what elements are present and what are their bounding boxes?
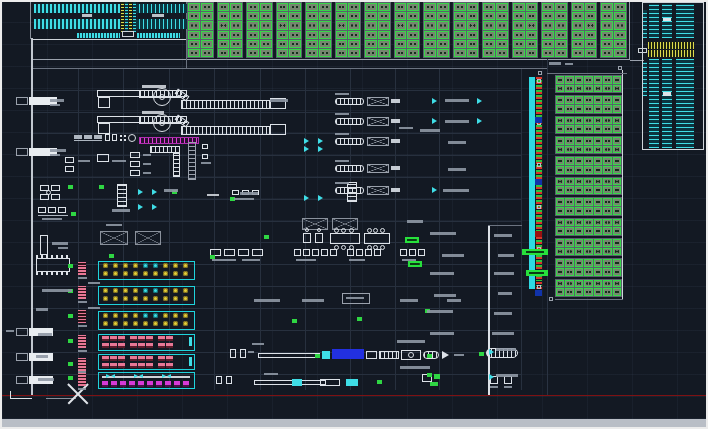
pallet-cell xyxy=(247,3,259,11)
green-mark xyxy=(292,319,297,323)
side-table xyxy=(58,207,66,213)
label-mark xyxy=(442,254,464,257)
pallet-cell xyxy=(483,12,495,20)
operator xyxy=(240,349,246,358)
line-unit xyxy=(320,379,340,386)
bowtie-right xyxy=(167,374,171,378)
pallet-cell xyxy=(555,12,567,20)
pallet-cell xyxy=(613,96,621,104)
label-mark xyxy=(407,220,423,223)
pallet-cell xyxy=(613,268,621,276)
pink-machine xyxy=(166,343,173,348)
green-mark xyxy=(71,212,76,216)
machine-capsule xyxy=(335,165,364,172)
array-marker xyxy=(618,66,622,70)
station-circle xyxy=(113,271,118,276)
pallet-cell xyxy=(378,3,390,11)
label-mark xyxy=(78,371,86,373)
pink-machine xyxy=(110,363,117,368)
pallet-cell xyxy=(565,198,573,206)
desk xyxy=(224,249,235,256)
window-edge xyxy=(2,419,706,427)
cad-viewport[interactable] xyxy=(2,2,706,419)
label-mark xyxy=(234,198,254,200)
pallet-cell xyxy=(594,76,602,84)
pallet-cell xyxy=(526,49,538,57)
pallet-cell xyxy=(454,21,466,29)
pallet-cell xyxy=(556,186,564,194)
rack-col xyxy=(121,2,124,32)
station-circle xyxy=(153,288,158,293)
cyan-unit xyxy=(322,351,330,359)
pallet-cell xyxy=(407,31,419,39)
cyan-unit xyxy=(346,379,358,386)
pallet-cell xyxy=(496,40,508,48)
vrack xyxy=(662,4,672,38)
pallet-cell xyxy=(584,125,592,133)
label-mark xyxy=(78,160,90,162)
label-mark xyxy=(242,259,260,261)
pallet-cell xyxy=(496,31,508,39)
door-frame xyxy=(16,376,28,384)
grid-line xyxy=(395,68,396,390)
label-mark xyxy=(112,209,130,212)
desk xyxy=(356,249,363,256)
green-mark xyxy=(315,354,320,358)
green-mark xyxy=(99,185,104,189)
pallet-cell xyxy=(306,12,318,20)
pallet-cell xyxy=(556,146,564,154)
pallet-cell xyxy=(565,146,573,154)
grid-line xyxy=(32,199,521,200)
pallet-cell xyxy=(601,12,613,20)
label-mark xyxy=(296,259,316,261)
station-circle xyxy=(183,263,188,268)
pallet-cell xyxy=(526,3,538,11)
pallet-cell xyxy=(572,40,584,48)
pallet-cell xyxy=(467,31,479,39)
label-mark xyxy=(78,277,87,279)
strip-accent xyxy=(535,179,542,185)
pallet-cell xyxy=(277,21,289,29)
pallet-cell xyxy=(289,31,301,39)
vrack xyxy=(649,4,659,38)
pallet-cell xyxy=(572,49,584,57)
chair xyxy=(349,228,354,233)
pallet-rack-group xyxy=(600,2,627,58)
pallet-cell xyxy=(613,178,621,186)
pallet-cell xyxy=(601,40,613,48)
pallet-cell xyxy=(556,219,564,227)
equip-dot xyxy=(124,135,126,137)
label-mark xyxy=(504,386,512,388)
label-mark xyxy=(402,259,416,261)
label-mark xyxy=(397,340,425,343)
rack-row xyxy=(135,4,187,13)
label-mark xyxy=(447,299,461,302)
equip-dot xyxy=(120,139,122,141)
pallet-cell xyxy=(306,3,318,11)
bowtie-left xyxy=(134,374,138,378)
pallet-cell xyxy=(575,268,583,276)
side-table xyxy=(38,207,46,213)
small-machine xyxy=(504,376,512,384)
pink-machine xyxy=(166,356,173,361)
pallet-cell xyxy=(575,166,583,174)
pink-machine xyxy=(138,343,145,348)
pallet-cell xyxy=(407,49,419,57)
pallet-rack-group xyxy=(305,2,332,58)
label-mark xyxy=(36,308,48,311)
conveyor-ribbed-long xyxy=(181,100,270,109)
pallet-cell xyxy=(277,49,289,57)
green-mark xyxy=(427,373,432,377)
door-swing xyxy=(138,204,143,210)
machine-label xyxy=(335,93,349,95)
label-mark xyxy=(490,386,498,388)
pallet-cell xyxy=(613,259,621,267)
door-swing xyxy=(138,189,143,195)
pallet-cell xyxy=(614,40,626,48)
station-circle xyxy=(153,313,158,318)
wall-left-upper xyxy=(30,2,31,39)
person-body xyxy=(315,233,323,243)
green-mark xyxy=(357,317,362,321)
pallet-cell xyxy=(483,3,495,11)
label-mark xyxy=(142,111,164,114)
